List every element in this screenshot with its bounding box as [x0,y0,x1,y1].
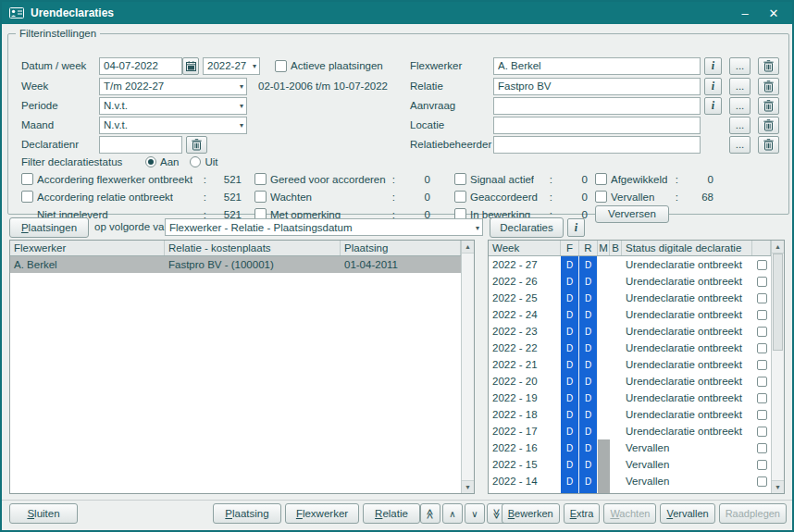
declaratie-checkbox[interactable] [757,377,767,387]
scroll-down-icon[interactable]: ▼ [772,480,784,493]
declaratie-checkbox[interactable] [757,393,767,403]
relatie-button[interactable]: Relatie [363,503,420,524]
declaratie-checkbox[interactable] [757,293,767,303]
column-header-plaatsing[interactable]: Plaatsing [341,241,461,255]
declaratie-row[interactable]: 2022 - 24DDUrendeclaratie ontbreekt [489,306,771,323]
declaratie-checkbox[interactable] [757,410,767,420]
afgewikkeld-checkbox[interactable] [595,173,607,185]
column-header-flexwerker[interactable]: Flexwerker [10,241,165,255]
flexwerker-more-button[interactable]: ... [729,57,751,75]
column-header-week[interactable]: Week [489,241,561,255]
flexwerker-input[interactable] [493,57,701,75]
geaccordeerd-checkbox[interactable] [454,191,466,203]
declaratie-row[interactable]: 2022 - 25DDUrendeclaratie ontbreekt [489,290,771,306]
scroll-thumb[interactable] [773,254,783,351]
column-header-r[interactable]: R [579,241,598,255]
locatie-input[interactable] [493,117,701,134]
declaratie-row[interactable]: 2022 - 16DDVervallen [489,439,771,456]
minimize-button[interactable]: – [734,4,756,22]
declaratie-checkbox[interactable] [757,310,767,320]
declaratie-row[interactable]: 2022 - 26DDUrendeclaratie ontbreekt [489,273,771,290]
plaatsing-button[interactable]: Plaatsing [213,503,281,524]
declaratie-row[interactable]: 2022 - 19DDUrendeclaratie ontbreekt [489,390,771,406]
accordering-relatie-checkbox[interactable] [21,191,33,203]
declaratie-checkbox[interactable] [757,427,767,437]
declaratie-row[interactable]: 2022 - 15DDVervallen [489,456,771,473]
declaratie-checkbox[interactable] [757,493,767,494]
declaratie-checkbox[interactable] [757,327,767,337]
calendar-button[interactable] [182,57,199,75]
scroll-down-button[interactable]: ∨ [465,503,485,524]
column-header-relatie-kostenplaats[interactable]: Relatie - kostenplaats [165,241,341,255]
gereed-voor-accorderen-checkbox[interactable] [254,173,267,185]
declaratienr-trash-button[interactable] [186,136,207,154]
relatie-more-button[interactable]: ... [729,78,751,95]
aanvraag-more-button[interactable]: ... [729,97,751,115]
scroll-up-icon[interactable]: ▲ [772,241,784,254]
aanvraag-trash-button[interactable] [758,97,779,115]
declaratie-checkbox[interactable] [757,260,767,270]
accordering-flexwerker-checkbox[interactable] [21,173,33,185]
declaratie-checkbox[interactable] [757,277,767,287]
declaratie-row[interactable]: 2022 - 21DDUrendeclaratie ontbreekt [489,356,771,373]
flexwerker-button[interactable]: Flexwerker [285,503,359,524]
declaraties-info-button[interactable]: i [567,218,585,237]
relatiebeheerder-input[interactable] [493,136,701,154]
datum-input[interactable] [99,57,182,75]
vervallen-checkbox[interactable] [595,191,607,203]
column-header-b[interactable]: B [610,241,622,255]
declaratie-row[interactable]: 2022 - 14DDVervallen [489,473,771,489]
locatie-trash-button[interactable] [758,117,779,134]
declaratie-checkbox[interactable] [757,360,767,370]
extra-button[interactable]: Extra [564,503,601,524]
flexwerker-trash-button[interactable] [758,57,779,75]
declaratie-row[interactable]: 2022 - 18DDUrendeclaratie ontbreekt [489,406,771,423]
status-aan-radio[interactable] [145,156,156,167]
declaratie-row[interactable]: 2022 - 27DDUrendeclaratie ontbreekt [489,256,771,273]
column-header-status[interactable]: Status digitale declaratie [622,241,752,255]
bewerken-button[interactable]: Bewerken [502,503,560,524]
declaraties-button[interactable]: Declaraties [490,217,564,238]
scroll-down-icon[interactable]: ▼ [462,480,474,493]
declaratie-row[interactable]: 2022 - 22DDUrendeclaratie ontbreekt [489,340,771,356]
declaratie-checkbox[interactable] [757,443,767,453]
declaratie-row[interactable]: 2022 - 17DDUrendeclaratie ontbreekt [489,423,771,439]
declaratie-row[interactable]: 2022 - 20DDUrendeclaratie ontbreekt [489,373,771,390]
declaratie-checkbox[interactable] [757,343,767,353]
declaratie-row[interactable]: 2022 - 23DDUrendeclaratie ontbreekt [489,323,771,340]
plaatsingen-button[interactable]: Plaatsingen [9,217,89,238]
relatiebeheerder-trash-button[interactable] [758,136,779,154]
aanvraag-info-button[interactable]: i [704,97,722,115]
declaratie-row[interactable]: 2022 - 13DDVervallen [489,489,771,493]
scroll-up-icon[interactable]: ▲ [462,241,474,254]
relatie-info-button[interactable]: i [704,78,722,95]
datum-week-select[interactable]: 2022-27 ▾ [203,57,260,75]
relatiebeheerder-more-button[interactable]: ... [729,136,751,154]
actieve-plaatsingen-checkbox[interactable] [275,60,287,72]
declaratienr-input[interactable] [99,136,182,154]
close-button[interactable]: ✕ [763,4,785,22]
signaal-actief-checkbox[interactable] [454,173,466,185]
declaratie-checkbox[interactable] [757,460,767,470]
locatie-more-button[interactable]: ... [729,117,751,134]
sluiten-button[interactable]: Sluiten [9,503,78,524]
scroll-first-button[interactable]: ≪ [420,503,440,524]
vervallen-button[interactable]: Vervallen [660,503,714,524]
status-uit-radio[interactable] [190,156,201,167]
maand-select[interactable]: N.v.t. ▾ [99,117,247,134]
column-header-f[interactable]: F [561,241,579,255]
flexwerker-info-button[interactable]: i [704,57,722,75]
plaatsingen-scrollbar[interactable]: ▲ ▼ [461,241,474,493]
week-select[interactable]: T/m 2022-27 ▾ [99,78,247,95]
relatie-trash-button[interactable] [758,78,779,95]
wachten-checkbox[interactable] [254,191,267,203]
sort-select[interactable]: Flexwerker - Relatie - Plaatsingsdatum ▾ [165,218,483,236]
periode-select[interactable]: N.v.t. ▾ [99,97,247,115]
scroll-track[interactable] [462,254,474,480]
scroll-up-button[interactable]: ∧ [442,503,463,524]
declaraties-scrollbar[interactable]: ▲ ▼ [771,241,784,493]
plaatsing-row[interactable]: A. BerkelFastpro BV - (100001)01-04-2011 [10,256,461,273]
relatie-input[interactable] [493,78,701,95]
column-header-m[interactable]: M [598,241,610,255]
declaratie-checkbox[interactable] [757,476,767,487]
